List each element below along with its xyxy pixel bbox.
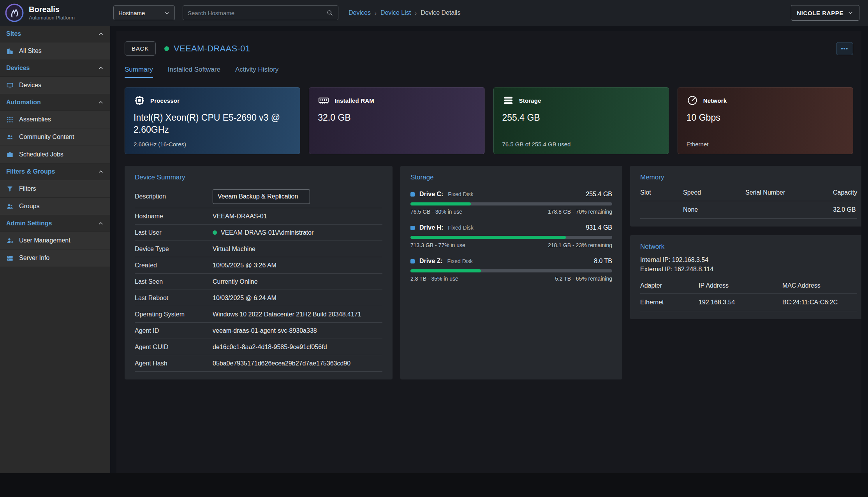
sidebar-section-sites[interactable]: Sites — [0, 26, 110, 42]
sidebar-item-all-sites[interactable]: All Sites — [0, 42, 110, 60]
monitor-icon — [6, 82, 14, 89]
back-button[interactable]: BACK — [125, 41, 156, 56]
table-row: Hostname VEEAM-DRAAS-01 — [135, 208, 382, 225]
brand-subtitle: Automation Platform — [29, 15, 75, 21]
sidebar-item-label: Community Content — [19, 133, 74, 140]
table-cell: None — [683, 201, 745, 219]
storage-panel: Storage Drive C: Fixed Disk 255.4 GB 76.… — [400, 166, 622, 379]
description-input[interactable] — [213, 189, 310, 204]
tab-summary[interactable]: Summary — [125, 66, 153, 78]
chevron-down-icon — [164, 10, 170, 16]
drive-name: Drive C: — [419, 191, 443, 198]
tab-activity-history[interactable]: Activity History — [235, 66, 278, 78]
stat-footer: Ethernet — [687, 141, 709, 148]
drive-icon — [410, 192, 415, 197]
sidebar-item-user-management[interactable]: User Management — [0, 232, 110, 249]
row-label: Last User — [135, 229, 213, 236]
drive-used-text: 76.5 GB - 30% in use — [410, 209, 462, 215]
gauge-icon — [687, 95, 698, 106]
table-cell: Ethernet — [640, 293, 699, 311]
sidebar-item-groups[interactable]: Groups — [0, 198, 110, 215]
drive-c-block: Drive C: Fixed Disk 255.4 GB 76.5 GB - 3… — [410, 191, 612, 215]
sidebar-item-label: Scheduled Jobs — [19, 151, 63, 158]
device-details-panel: BACK VEEAM-DRAAS-01 ••• Summary Installe… — [116, 31, 861, 473]
sidebar-item-label: Server Info — [19, 255, 49, 262]
table-cell — [640, 201, 683, 219]
breadcrumb-device-details: Device Details — [421, 9, 460, 16]
table-row: Agent ID veeam-draas-01-agent-svc-8930a3… — [135, 323, 382, 339]
memory-panel-title: Memory — [640, 174, 857, 181]
stat-title: Storage — [519, 97, 541, 104]
column-header: MAC Address — [782, 277, 857, 293]
row-label: Last Seen — [135, 278, 213, 285]
chevron-up-icon — [98, 31, 104, 37]
table-cell: 192.168.3.54 — [699, 293, 782, 311]
table-row: Operating System Windows 10 2022 Datacen… — [135, 306, 382, 323]
user-gear-icon — [6, 237, 14, 244]
row-label: Agent GUID — [135, 344, 213, 351]
row-value: Virtual Machine — [213, 246, 255, 253]
hostname-filter-select[interactable]: Hostname — [113, 5, 175, 20]
tab-bar: Summary Installed Software Activity Hist… — [125, 66, 853, 78]
network-panel: Network Internal IP: 192.168.3.54 Extern… — [630, 235, 861, 319]
stat-title: Installed RAM — [335, 97, 374, 104]
storage-panel-title: Storage — [410, 174, 612, 181]
stat-value: 32.0 GB — [318, 112, 475, 124]
drive-icon — [410, 259, 415, 263]
chevron-up-icon — [98, 169, 104, 175]
grid-dots-icon — [6, 116, 14, 123]
network-panel-title: Network — [640, 243, 857, 251]
drive-usage-bar — [410, 269, 612, 272]
sidebar-section-admin-settings[interactable]: Admin Settings — [0, 215, 110, 232]
row-value: VEEAM-DRAAS-01\Administrator — [221, 229, 313, 236]
network-card: Network 10 Gbps Ethernet — [678, 87, 853, 154]
more-actions-button[interactable]: ••• — [836, 42, 853, 55]
tab-installed-software[interactable]: Installed Software — [168, 66, 220, 78]
row-value: 10/05/2025 @ 3:26 AM — [213, 262, 276, 269]
drive-used-text: 2.8 TB - 35% in use — [410, 276, 458, 282]
sidebar-item-label: All Sites — [19, 47, 42, 54]
people-icon — [6, 133, 14, 141]
drive-size: 8.0 TB — [594, 258, 612, 265]
sidebar-section-automation[interactable]: Automation — [0, 94, 110, 111]
breadcrumb: Devices › Device List › Device Details — [349, 9, 460, 16]
stat-footer: 2.60GHz (16-Cores) — [134, 141, 186, 148]
breadcrumb-devices[interactable]: Devices — [349, 9, 371, 16]
sidebar-item-server-info[interactable]: Server Info — [0, 249, 110, 267]
user-menu-button[interactable]: NICOLE RAPPE — [791, 5, 859, 21]
search-input[interactable] — [188, 10, 326, 16]
row-value: de16c0c1-8aa2-4d18-9585-9ce91cf056fd — [213, 344, 327, 351]
hostname-filter-value: Hostname — [118, 10, 145, 16]
section-label: Admin Settings — [6, 220, 52, 227]
sidebar-item-assemblies[interactable]: Assemblies — [0, 111, 110, 128]
top-bar: Borealis Automation Platform Hostname De… — [0, 0, 868, 26]
stat-value: 10 Gbps — [687, 112, 844, 124]
sidebar-item-filters[interactable]: Filters — [0, 180, 110, 198]
chevron-down-icon — [847, 10, 854, 16]
drive-type: Fixed Disk — [448, 191, 473, 197]
breadcrumb-device-list[interactable]: Device List — [380, 9, 411, 16]
drive-usage-fill — [410, 269, 481, 272]
sidebar-item-devices[interactable]: Devices — [0, 77, 110, 94]
brand-name: Borealis — [29, 5, 75, 14]
drive-remaining-text: 5.2 TB - 65% remaining — [555, 276, 612, 282]
row-label: Operating System — [135, 311, 213, 318]
section-label: Automation — [6, 99, 41, 106]
sidebar-item-scheduled-jobs[interactable]: Scheduled Jobs — [0, 146, 110, 163]
table-cell: BC:24:11:CA:C6:2C — [782, 293, 857, 311]
main-area: BACK VEEAM-DRAAS-01 ••• Summary Installe… — [110, 26, 868, 473]
row-label: Description — [135, 193, 213, 200]
sidebar: Sites All Sites Devices Devices Automati… — [0, 26, 110, 473]
drive-h-block: Drive H: Fixed Disk 931.4 GB 713.3 GB - … — [410, 224, 612, 248]
sidebar-section-filters-groups[interactable]: Filters & Groups — [0, 163, 110, 180]
stat-value: Intel(R) Xeon(R) CPU E5-2690 v3 @ 2.60GH… — [134, 112, 291, 136]
drive-remaining-text: 178.8 GB - 70% remaining — [548, 209, 612, 215]
breadcrumb-separator: › — [375, 10, 377, 16]
row-label: Agent Hash — [135, 360, 213, 367]
column-header: Adapter — [640, 277, 699, 293]
sidebar-item-community-content[interactable]: Community Content — [0, 128, 110, 146]
sidebar-section-devices[interactable]: Devices — [0, 60, 110, 77]
search-icon[interactable] — [326, 9, 333, 16]
section-label: Sites — [6, 30, 21, 37]
internal-ip: Internal IP: 192.168.3.54 — [640, 255, 857, 265]
